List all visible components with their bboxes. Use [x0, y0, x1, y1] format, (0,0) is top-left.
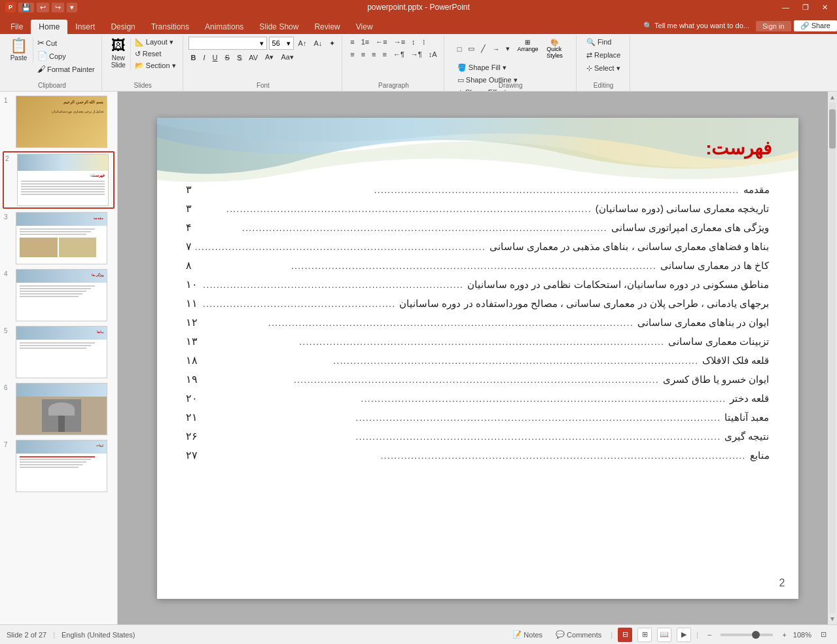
- slide-thumb-7[interactable]: 7 تزبینات: [3, 438, 115, 493]
- align-left-btn[interactable]: ≡: [347, 49, 357, 60]
- slide-sorter-btn[interactable]: ⊞: [637, 628, 652, 642]
- clear-format-btn[interactable]: ✦: [327, 38, 338, 49]
- tell-me-box[interactable]: 🔍 Tell me what you want to do...: [639, 20, 753, 31]
- rtl-btn[interactable]: ←¶: [391, 49, 407, 60]
- shape-arrow[interactable]: →: [490, 37, 502, 61]
- font-color-btn[interactable]: A▾: [262, 52, 276, 63]
- comments-btn[interactable]: 💬 Comments: [552, 629, 605, 640]
- text-direction-btn[interactable]: ↕A: [426, 49, 440, 60]
- scroll-track[interactable]: [829, 103, 836, 613]
- format-painter-btn[interactable]: 🖌 Format Painter: [35, 63, 98, 75]
- shape-rounded[interactable]: ▭: [465, 37, 477, 61]
- toc-label: ایوان خسرو یا طاق کسری: [663, 374, 770, 385]
- font-name-input[interactable]: ▾: [188, 37, 267, 50]
- tab-view[interactable]: View: [348, 20, 381, 34]
- tab-animations[interactable]: Animations: [197, 20, 251, 34]
- layout-btn[interactable]: 📐 Layout ▾: [132, 37, 179, 48]
- underline-btn[interactable]: U: [210, 52, 221, 63]
- cut-btn[interactable]: ✂ Cut: [35, 37, 98, 49]
- normal-view-btn[interactable]: ⊟: [618, 628, 632, 642]
- align-center-btn[interactable]: ≡: [359, 49, 368, 60]
- copy-icon: 📄: [37, 51, 48, 61]
- quick-styles-btn[interactable]: 🎨 QuickStyles: [543, 37, 566, 61]
- replace-btn[interactable]: ⇄ Replace: [584, 50, 623, 61]
- slide-panel[interactable]: 1 بسم الله الرحمن الرحیم تحلیل از برخی م…: [0, 92, 118, 624]
- toc-row: معبد آناهیتا............................…: [183, 411, 772, 423]
- select-btn[interactable]: ⊹ Select ▾: [584, 63, 623, 74]
- bold-btn[interactable]: B: [188, 52, 199, 63]
- section-btn[interactable]: 📂 Section ▾: [132, 60, 179, 71]
- font-size-inc-btn[interactable]: A↑: [296, 38, 310, 48]
- arrange-btn[interactable]: ⊞ Arrange: [514, 37, 541, 61]
- scroll-up-btn[interactable]: ▲: [827, 92, 837, 103]
- char-spacing-btn[interactable]: AV: [246, 52, 260, 63]
- tab-transitions[interactable]: Transitions: [143, 20, 197, 34]
- font-size-input[interactable]: 56 ▾: [269, 37, 294, 50]
- zoom-in-btn[interactable]: +: [778, 630, 790, 640]
- tab-slideshow[interactable]: Slide Show: [251, 20, 306, 34]
- close-btn[interactable]: ✕: [818, 3, 832, 12]
- quick-access-redo[interactable]: ↪: [52, 3, 64, 12]
- slide-thumb-4[interactable]: 4 ویژگی ها: [3, 268, 115, 323]
- tab-design[interactable]: Design: [103, 20, 143, 34]
- scroll-thumb[interactable]: [829, 109, 836, 149]
- zoom-slider[interactable]: [721, 634, 773, 636]
- fit-slide-btn[interactable]: ⊡: [817, 629, 830, 640]
- shape-more[interactable]: ▾: [503, 37, 512, 61]
- slide-thumb-6[interactable]: 6: [3, 382, 115, 437]
- slide-thumb-1[interactable]: 1 بسم الله الرحمن الرحیم تحلیل از برخی م…: [3, 94, 115, 149]
- zoom-out-btn[interactable]: −: [703, 630, 715, 640]
- scroll-down-btn[interactable]: ▼: [827, 613, 837, 624]
- maximize-btn[interactable]: ❐: [798, 3, 813, 12]
- quick-access-save[interactable]: 💾: [18, 3, 34, 12]
- shadow-btn[interactable]: S: [234, 52, 244, 63]
- tab-file[interactable]: File: [3, 20, 31, 34]
- columns-btn[interactable]: ⫶: [419, 37, 429, 47]
- reset-btn[interactable]: ↺ Reset: [132, 48, 179, 60]
- align-right-btn[interactable]: ≡: [369, 49, 378, 60]
- toc-label: تاریخچه معماری ساسانی (دوره ساسانیان): [596, 203, 770, 215]
- toc-num: ۱۸: [186, 354, 198, 367]
- toc-dots: ........................................…: [202, 336, 665, 347]
- tab-home[interactable]: Home: [31, 20, 67, 34]
- ltr-btn[interactable]: →¶: [408, 49, 425, 60]
- font-size-dec-btn[interactable]: A↓: [311, 38, 325, 48]
- slide-thumb-5[interactable]: 5 بناها: [3, 325, 115, 380]
- copy-btn[interactable]: 📄 Copy: [35, 50, 98, 62]
- signin-btn[interactable]: Sign in: [756, 21, 791, 31]
- tab-insert[interactable]: Insert: [67, 20, 103, 34]
- reading-view-btn[interactable]: 📖: [657, 628, 671, 642]
- line-spacing-btn[interactable]: ↕: [409, 37, 418, 47]
- shape-line[interactable]: ╱: [478, 37, 488, 61]
- statusbar-sep1: |: [53, 631, 55, 639]
- shape-rect[interactable]: □: [455, 37, 465, 61]
- tab-review[interactable]: Review: [306, 20, 347, 34]
- quick-access-undo[interactable]: ↩: [37, 3, 49, 12]
- bullets-btn[interactable]: ≡: [347, 37, 357, 47]
- slide-thumb-2[interactable]: 2 فهرست:: [3, 151, 115, 209]
- toc-label: بناها و فضاهای معماری ساسانی ، بناهای مذ…: [490, 241, 770, 253]
- shape-fill-btn[interactable]: 🪣 Shape Fill ▾: [455, 62, 509, 73]
- statusbar-right: 📝 Notes 💬 Comments | ⊟ ⊞ 📖 ▶ | − + 108% …: [508, 628, 830, 642]
- justify-btn[interactable]: ≡: [380, 49, 389, 60]
- decrease-indent-btn[interactable]: ←≡: [373, 37, 389, 47]
- text-highlight-btn[interactable]: Aa▾: [278, 52, 296, 63]
- quick-access-pin[interactable]: ▾: [67, 3, 77, 12]
- find-btn[interactable]: 🔍 Find: [584, 37, 614, 48]
- share-btn[interactable]: 🔗 Share: [794, 20, 837, 31]
- paragraph-group: ≡ 1≡ ←≡ →≡ ↕ ⫶ ≡ ≡ ≡ ≡ ←¶ →¶ ↕A Paragrap…: [344, 35, 444, 91]
- zoom-thumb[interactable]: [752, 631, 760, 639]
- slide-show-btn[interactable]: ▶: [677, 628, 691, 642]
- new-slide-btn[interactable]: 🖼 NewSlide: [107, 37, 131, 71]
- toc-label: مقدمه: [743, 184, 770, 196]
- paste-btn[interactable]: 📋 Paste: [7, 37, 33, 63]
- minimize-btn[interactable]: —: [778, 3, 793, 12]
- statusbar-sep3: |: [696, 631, 698, 639]
- italic-btn[interactable]: I: [201, 52, 208, 63]
- strikethrough-btn[interactable]: S: [223, 52, 232, 63]
- vertical-scrollbar[interactable]: ▲ ▼: [828, 92, 837, 624]
- slide-thumb-3[interactable]: 3 مقدمه: [3, 211, 115, 266]
- numbering-btn[interactable]: 1≡: [359, 37, 372, 47]
- notes-btn[interactable]: 📝 Notes: [508, 629, 546, 640]
- increase-indent-btn[interactable]: →≡: [391, 37, 408, 47]
